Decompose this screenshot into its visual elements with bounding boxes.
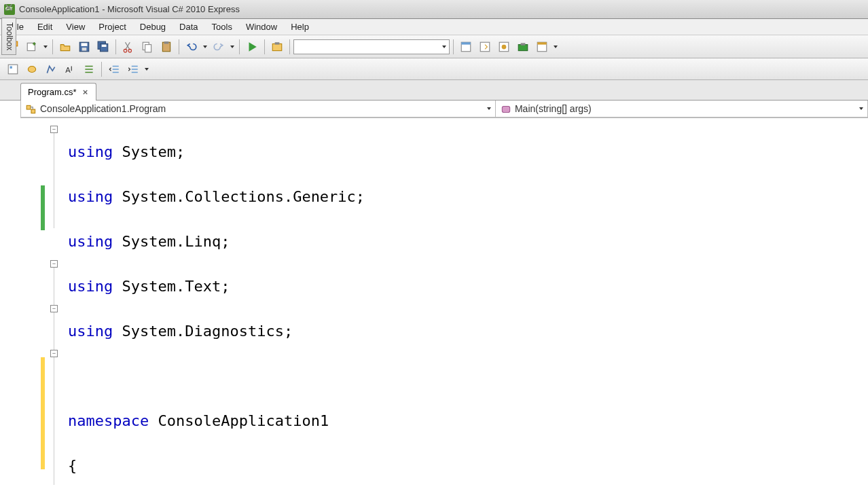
menu-help[interactable]: Help — [284, 20, 316, 34]
object-browser-button[interactable] — [495, 38, 513, 56]
svg-rect-5 — [82, 48, 87, 51]
display-quick-button[interactable] — [42, 60, 60, 78]
fold-toggle[interactable]: − — [50, 260, 58, 268]
comment-button[interactable] — [80, 60, 98, 78]
undo-button[interactable] — [183, 38, 200, 56]
svg-rect-4 — [82, 43, 88, 46]
copy-button[interactable] — [139, 38, 156, 56]
svg-rect-30 — [26, 105, 31, 109]
member-selector[interactable]: Main(string[] args) — [496, 101, 868, 117]
properties-button[interactable] — [476, 38, 494, 56]
toolbox-panel: Toolbox — [0, 0, 18, 68]
class-selector[interactable]: ConsoleApplication1.Program — [20, 101, 496, 117]
find-combo[interactable] — [293, 39, 450, 54]
solution-explorer-button[interactable] — [457, 38, 475, 56]
svg-rect-15 — [272, 43, 282, 50]
menu-project[interactable]: Project — [92, 20, 132, 34]
svg-rect-25 — [537, 42, 547, 44]
save-button[interactable] — [75, 38, 93, 56]
add-item-dropdown[interactable] — [42, 38, 49, 56]
undo-dropdown[interactable] — [202, 38, 209, 56]
menu-data[interactable]: Data — [173, 20, 204, 34]
svg-point-21 — [502, 44, 507, 49]
svg-rect-23 — [521, 43, 526, 45]
fold-toggle[interactable]: − — [50, 126, 58, 133]
decrease-indent-button[interactable] — [105, 60, 123, 78]
code-editor[interactable]: − − − − using System; using System.Colle… — [20, 118, 868, 489]
save-all-button[interactable] — [94, 38, 112, 56]
class-icon — [25, 103, 36, 114]
fold-toggle[interactable]: − — [50, 305, 58, 312]
toolbox-button[interactable] — [514, 38, 532, 56]
display-param-button[interactable] — [23, 60, 41, 78]
start-page-button[interactable] — [533, 38, 551, 56]
svg-rect-14 — [164, 41, 169, 43]
class-selector-label: ConsoleApplication1.Program — [40, 103, 166, 114]
cut-button[interactable] — [120, 38, 137, 56]
menu-debug[interactable]: Debug — [133, 20, 173, 34]
svg-text:A: A — [65, 65, 71, 73]
code-text-area[interactable]: using System; using System.Collections.G… — [61, 118, 868, 489]
menu-tools[interactable]: Tools — [205, 20, 239, 34]
add-item-button[interactable] — [23, 38, 41, 56]
toolbar-overflow[interactable] — [552, 38, 559, 56]
paste-button[interactable] — [158, 38, 175, 56]
menu-window[interactable]: Window — [239, 20, 284, 34]
svg-rect-22 — [518, 44, 528, 50]
redo-dropdown[interactable] — [229, 38, 236, 56]
editor-gutter: − − − − — [20, 118, 61, 489]
menu-edit[interactable]: Edit — [31, 20, 59, 34]
svg-rect-8 — [102, 44, 107, 46]
document-tab[interactable]: Program.cs* × — [20, 83, 96, 101]
document-tab-strip: Program.cs* × — [0, 80, 868, 101]
text-toolbar-overflow[interactable] — [143, 60, 150, 78]
open-button[interactable] — [56, 38, 74, 56]
close-tab-button[interactable]: × — [81, 88, 90, 97]
navigation-bar: ConsoleApplication1.Program Main(string[… — [20, 101, 868, 118]
menu-view[interactable]: View — [59, 20, 92, 34]
extension-manager-button[interactable] — [268, 38, 286, 56]
toolbox-pin-icon[interactable] — [3, 1, 15, 14]
member-selector-label: Main(string[] args) — [515, 103, 592, 114]
svg-rect-19 — [480, 42, 490, 52]
svg-rect-16 — [275, 42, 280, 44]
change-marker-unsaved — [41, 357, 45, 469]
fold-toggle[interactable]: − — [50, 350, 58, 357]
svg-point-28 — [28, 66, 35, 72]
method-icon — [500, 103, 511, 114]
menu-bar: File Edit View Project Debug Data Tools … — [0, 19, 868, 35]
document-tab-label: Program.cs* — [28, 87, 77, 97]
text-editor-toolbar: A — [0, 58, 868, 80]
redo-button[interactable] — [210, 38, 228, 56]
svg-rect-32 — [502, 107, 509, 113]
svg-rect-12 — [145, 44, 151, 52]
change-marker-saved — [41, 185, 45, 230]
start-debug-button[interactable] — [243, 38, 261, 56]
svg-rect-31 — [31, 109, 35, 113]
main-toolbar — [0, 35, 868, 58]
display-word-button[interactable]: A — [61, 60, 79, 78]
toolbox-tab[interactable]: Toolbox — [1, 18, 16, 55]
svg-rect-18 — [461, 42, 471, 44]
increase-indent-button[interactable] — [124, 60, 142, 78]
title-bar: ConsoleApplication1 - Microsoft Visual C… — [0, 0, 868, 19]
window-title: ConsoleApplication1 - Microsoft Visual C… — [19, 4, 240, 14]
